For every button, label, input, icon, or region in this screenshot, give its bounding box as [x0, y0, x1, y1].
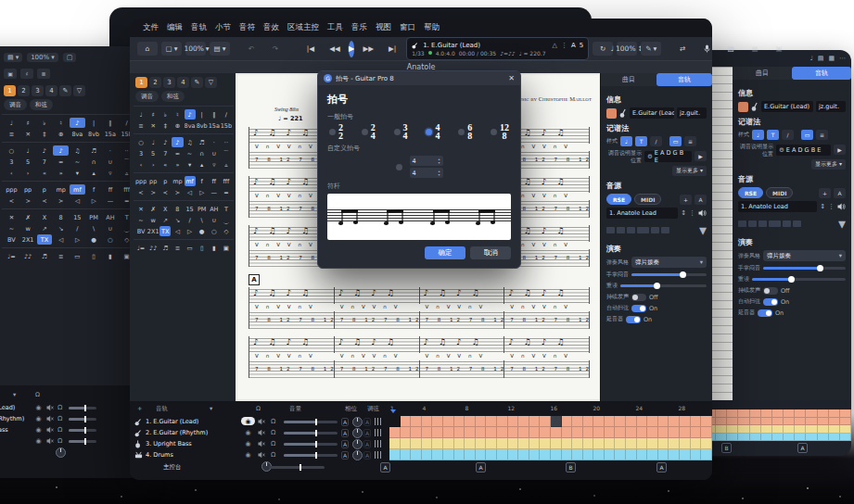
style-tab-button[interactable]: T — [635, 136, 647, 146]
score-bar[interactable]: 7 8 12 7 8 12 — [504, 311, 590, 329]
undo-button[interactable]: ↶ — [241, 42, 261, 56]
palette-cell[interactable]: pp — [20, 184, 36, 195]
palette-cell[interactable]: 8 — [53, 212, 69, 222]
palette-cell[interactable]: ♩ — [135, 109, 147, 120]
style-slash-button[interactable]: / — [782, 130, 794, 140]
voice-button[interactable]: 2 — [149, 77, 161, 88]
time-signature-option[interactable]: 68 — [458, 124, 472, 140]
timeline-cell[interactable] — [454, 438, 465, 449]
track-volume-slider[interactable] — [69, 418, 96, 421]
score-bar[interactable]: V ∩ V V ∩ V — [420, 353, 505, 360]
palette-cell[interactable]: 3 — [4, 157, 19, 167]
custom-numerator-stepper[interactable]: 4▴▾ — [410, 156, 443, 166]
add-track-button[interactable]: + — [137, 405, 142, 412]
timeline-cell[interactable] — [669, 427, 680, 438]
track-name-field[interactable]: E.Guitar (Lead) — [761, 101, 813, 112]
palette-cell[interactable]: ○ — [4, 145, 19, 156]
timeline-cell[interactable] — [401, 438, 412, 449]
palette-cell[interactable]: ~ — [185, 148, 196, 158]
mute-icon[interactable] — [258, 429, 265, 436]
solo-headphones-icon[interactable]: Ω — [57, 404, 62, 411]
timeline-cell[interactable] — [443, 416, 454, 427]
palette-cell[interactable]: ◁ — [172, 226, 183, 236]
page-layout-button[interactable]: ▤▾ — [210, 42, 230, 56]
timeline-cell[interactable] — [669, 416, 680, 427]
timeline-cell[interactable] — [508, 427, 519, 438]
timeline-cell[interactable] — [593, 416, 605, 427]
menu-item[interactable]: 文件 — [143, 22, 159, 33]
palette-mode-button[interactable]: 和弦 — [161, 91, 185, 102]
voice-button[interactable]: 3 — [163, 77, 175, 88]
palette-cell[interactable]: ~ — [135, 215, 147, 225]
timeline-cell[interactable] — [615, 449, 626, 460]
timeline-cell[interactable] — [551, 416, 562, 427]
timeline-cell[interactable] — [637, 416, 648, 427]
pan-knob[interactable] — [352, 417, 363, 427]
device-icon[interactable] — [738, 220, 746, 227]
palette-cell[interactable]: ▴ — [86, 168, 102, 178]
swap-arrows-button[interactable]: ⇄ — [672, 42, 693, 56]
palette-cell[interactable]: mf — [70, 184, 85, 195]
dialog-title-bar[interactable]: G 拍号 - Guitar Pro 8 ✕ — [318, 71, 520, 85]
voice-button[interactable]: 4 — [45, 85, 57, 96]
show-more-button[interactable]: 显示更多 ▾ — [672, 166, 707, 176]
pencil-icon[interactable]: ✎ — [191, 77, 203, 88]
palette-cell[interactable]: « — [37, 168, 53, 178]
palette-cell[interactable]: ∩ — [197, 148, 208, 158]
palette-cell[interactable]: ♪ — [70, 118, 85, 128]
auto-strum-toggle[interactable] — [631, 305, 646, 312]
timeline-cell[interactable] — [540, 416, 551, 427]
timeline-cell[interactable] — [476, 427, 487, 438]
track-volume-slider[interactable] — [284, 454, 338, 457]
kebab-icon[interactable]: ⋮ — [828, 203, 835, 210]
menu-item[interactable]: 小节 — [215, 22, 231, 33]
palette-mode-button[interactable]: 和弦 — [30, 99, 53, 110]
timeline-cell[interactable] — [529, 449, 541, 460]
score-bar[interactable]: 7 8 12 7 8 12 — [420, 311, 505, 329]
score-bar[interactable]: V ∩ V V ∩ V — [335, 304, 420, 311]
score-bar[interactable]: ♪ ♫ ♪ ♫ — [335, 336, 420, 353]
beaming-preview[interactable] — [327, 194, 511, 240]
speaker-icon[interactable] — [837, 203, 846, 210]
rse-toggle[interactable]: RSE — [606, 194, 631, 205]
menu-item[interactable]: 音轨 — [191, 22, 207, 33]
palette-cell[interactable]: 15 — [185, 204, 196, 214]
timeline-cell[interactable] — [647, 449, 658, 460]
palette-cell[interactable]: ▾ — [185, 159, 196, 170]
timeline-cell[interactable] — [691, 416, 702, 427]
solo-headphones-icon[interactable]: Ω — [57, 426, 62, 434]
speaker-icon[interactable] — [698, 209, 707, 217]
palette-cell[interactable]: ▣ — [221, 243, 232, 253]
timeline-cell[interactable] — [508, 449, 519, 460]
style-standard-button[interactable]: ♩ — [620, 136, 632, 146]
pad-view-button[interactable]: ▣ — [769, 42, 789, 56]
palette-cell[interactable]: X — [37, 212, 53, 222]
track-name-field[interactable]: E.Guitar (Lead) — [630, 107, 674, 119]
tuning-field[interactable]: ⚙ E A D G B E — [644, 151, 692, 162]
voice-button[interactable]: 1 — [135, 77, 147, 88]
timeline-cell[interactable] — [508, 438, 519, 449]
amp-icon[interactable] — [637, 227, 649, 233]
palette-cell[interactable]: ∩ — [86, 157, 102, 167]
palette-cell[interactable]: ↗ — [159, 215, 171, 225]
timeline-cell[interactable] — [615, 438, 626, 449]
palette-cell[interactable]: 8vb — [86, 129, 102, 139]
timeline-cell[interactable] — [476, 416, 487, 427]
palette-cell[interactable]: — — [103, 195, 119, 206]
time-signature-option[interactable]: 128 — [491, 124, 509, 140]
volume-automation-button[interactable]: A — [341, 440, 349, 448]
voice-button[interactable]: 2 — [18, 85, 30, 96]
menu-item[interactable]: 工具 — [327, 22, 343, 33]
fretboard-view-button[interactable]: ▦ — [745, 42, 765, 56]
palette-cell[interactable]: ▿ — [103, 168, 119, 178]
device-icon[interactable] — [758, 220, 767, 227]
chevron-down-icon[interactable]: ▾ — [699, 221, 707, 239]
rewind-button[interactable]: ◀◀ — [325, 42, 345, 56]
palette-cell[interactable]: ♬ — [37, 251, 53, 261]
palette-cell[interactable]: ♪ — [159, 137, 171, 147]
timeline-cell[interactable] — [583, 427, 594, 438]
palette-cell[interactable]: ≻ — [53, 195, 69, 206]
timeline-cell[interactable] — [411, 438, 422, 449]
track-status-badge[interactable]: 1. E.Guitar (Lead) △ ⋮ A 5 1/33 4.0:4.0 … — [406, 37, 589, 60]
palette-cell[interactable]: ~ — [70, 157, 85, 167]
